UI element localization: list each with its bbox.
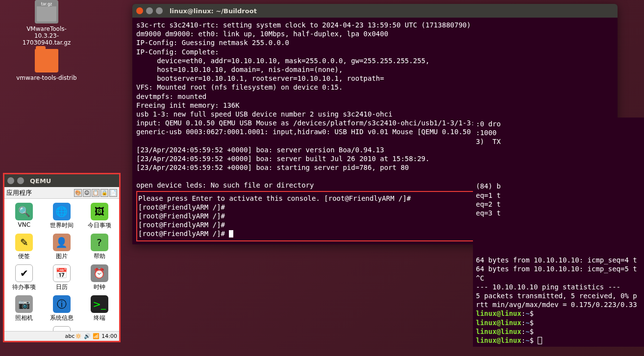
app-icon: >_ <box>91 295 108 313</box>
app-icon: ? <box>91 234 108 251</box>
app-label: 待办事项 <box>6 283 42 291</box>
desktop-icon-label: vmware-tools-distrib <box>15 74 78 81</box>
window-minimize-button[interactable] <box>17 177 24 184</box>
window-close-button[interactable] <box>7 177 14 184</box>
app-item[interactable]: 👥 <box>6 326 42 331</box>
terminal-titlebar[interactable]: linux@linux: ~/Buildroot <box>132 4 618 18</box>
window-maximize-button[interactable] <box>156 7 163 14</box>
app-icon: 🌐 <box>53 203 71 220</box>
app-item[interactable]: >_终端 <box>81 295 117 322</box>
qemu-window[interactable]: QEMU 应用程序 🎨 ☺ 📋 🔒 📄 🔍VNC🌐世界时间🖼今日事项✎便签👤图片… <box>3 173 121 342</box>
app-label: 日历 <box>44 283 80 291</box>
app-icon: 📅 <box>53 264 71 282</box>
terminal-ping-window[interactable]: :0 dro :1000 3) TX (84) b eq=1 t eq=2 t … <box>473 118 644 347</box>
desktop-icon-archive[interactable]: VMwareTools-10.3.23-17030940.tar.gz <box>15 0 78 46</box>
tray-icon[interactable]: 🔒 <box>100 189 108 197</box>
prompt-suffix: $ <box>530 309 534 317</box>
prompt-path: ~ <box>525 328 529 335</box>
prompt-suffix: $ <box>530 328 534 335</box>
app-icon: 🔍 <box>15 203 33 220</box>
qemu-titlebar[interactable]: QEMU <box>4 174 119 187</box>
status-time: 14:00 <box>101 333 117 339</box>
apps-header-label: 应用程序 <box>6 189 32 197</box>
prompt-suffix: $ <box>530 319 534 327</box>
app-icon: ✔ <box>15 264 33 282</box>
desktop-icon-label: VMwareTools-10.3.23-17030940.tar.gz <box>15 25 78 46</box>
window-title: QEMU <box>30 177 51 185</box>
app-item[interactable]: 📷照相机 <box>6 295 42 322</box>
app-icon: 👤 <box>53 234 71 251</box>
app-item[interactable]: ?帮助 <box>81 234 117 261</box>
app-item[interactable]: 4 <box>44 326 80 331</box>
terminal-cursor <box>229 230 233 237</box>
app-label: 系统信息 <box>44 314 80 322</box>
tray-icon[interactable]: 🎨 <box>74 189 82 197</box>
window-title: linux@linux: ~/Buildroot <box>170 7 257 15</box>
prompt-user: linux@linux <box>476 309 521 317</box>
terminal-cursor <box>538 337 542 344</box>
terminal-fragment: :0 dro :1000 3) TX (84) b eq=1 t eq=2 t … <box>476 120 501 217</box>
app-item[interactable]: ⊞ <box>81 326 117 331</box>
app-item[interactable]: 🔍VNC <box>6 203 42 230</box>
app-label: 图片 <box>44 252 80 261</box>
folder-icon <box>35 49 58 72</box>
prompt-path: ~ <box>525 309 529 317</box>
app-item[interactable]: 🌐世界时间 <box>44 203 80 230</box>
app-item[interactable]: 🖼今日事项 <box>81 203 117 230</box>
archive-icon <box>35 0 58 24</box>
window-minimize-button[interactable] <box>146 7 153 14</box>
status-item[interactable]: 🔅 <box>75 333 82 340</box>
app-icon: ⓘ <box>53 295 71 313</box>
prompt-path: ~ <box>525 336 529 344</box>
status-item[interactable]: 📶 <box>93 333 99 340</box>
app-icon: ⏰ <box>91 264 108 282</box>
terminal-output[interactable]: :0 dro :1000 3) TX (84) b eq=1 t eq=2 t … <box>473 118 644 347</box>
apps-grid: 🔍VNC🌐世界时间🖼今日事项✎便签👤图片?帮助✔待办事项📅日历⏰时钟📷照相机ⓘ系… <box>4 199 119 331</box>
app-icon: ⊞ <box>91 326 108 331</box>
qemu-content: 应用程序 🎨 ☺ 📋 🔒 📄 🔍VNC🌐世界时间🖼今日事项✎便签👤图片?帮助✔待… <box>4 187 119 341</box>
app-item[interactable]: 👤图片 <box>44 234 80 261</box>
tray-icon[interactable]: ☺ <box>83 189 91 197</box>
prompt-user: linux@linux <box>476 336 521 344</box>
terminal-text-box: Please press Enter to activate this cons… <box>138 194 411 238</box>
app-label: 照相机 <box>6 314 42 322</box>
prompt-user: linux@linux <box>476 328 521 335</box>
tray-icon[interactable]: 📄 <box>109 189 117 197</box>
terminal-ping-lines: 64 bytes from 10.10.10.10: icmp_seq=4 t … <box>476 256 637 309</box>
app-item[interactable]: 📅日历 <box>44 264 80 291</box>
app-item[interactable]: ⏰时钟 <box>81 264 117 291</box>
app-label: 时钟 <box>81 283 117 291</box>
status-item[interactable]: abc <box>66 333 73 340</box>
app-icon: 4 <box>53 326 71 331</box>
qemu-header: 应用程序 🎨 ☺ 📋 🔒 📄 <box>4 187 119 199</box>
app-label: 世界时间 <box>44 221 80 230</box>
prompt-suffix: $ <box>530 336 534 344</box>
app-icon: ✎ <box>15 234 33 251</box>
app-label: 便签 <box>6 252 42 261</box>
app-icon: 🖼 <box>91 203 108 220</box>
desktop-icon-folder[interactable]: vmware-tools-distrib <box>15 49 78 81</box>
app-icon: 👥 <box>15 326 33 331</box>
app-label: 今日事项 <box>81 221 117 230</box>
app-label: VNC <box>6 221 42 228</box>
app-icon: 📷 <box>15 295 33 313</box>
qemu-statusbar: abc 🔅 🔊 📶 14:00 <box>4 331 119 341</box>
app-label: 帮助 <box>81 252 117 261</box>
status-item[interactable]: 🔊 <box>84 333 91 340</box>
app-item[interactable]: ✎便签 <box>6 234 42 261</box>
app-label: 终端 <box>81 314 117 322</box>
window-close-button[interactable] <box>136 7 143 14</box>
prompt-user: linux@linux <box>476 319 521 327</box>
app-item[interactable]: ⓘ系统信息 <box>44 295 80 322</box>
prompt-path: ~ <box>525 319 529 327</box>
tray-icons: 🎨 ☺ 📋 🔒 📄 <box>74 189 117 197</box>
tray-icon[interactable]: 📋 <box>92 189 99 197</box>
app-item[interactable]: ✔待办事项 <box>6 264 42 291</box>
